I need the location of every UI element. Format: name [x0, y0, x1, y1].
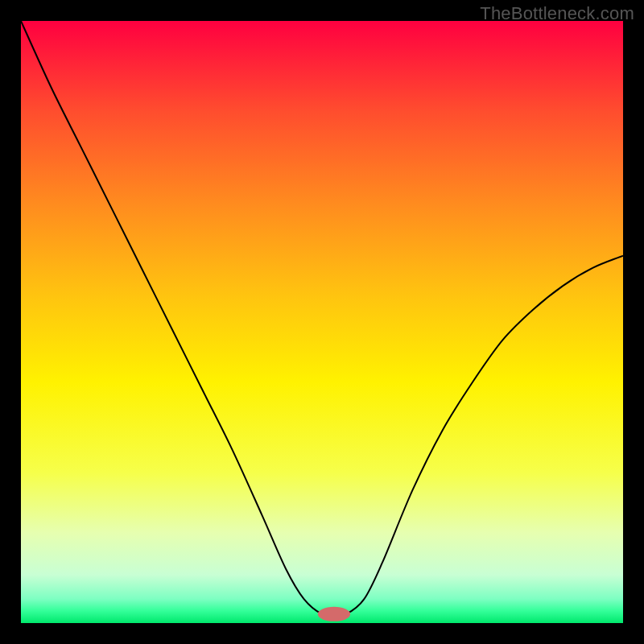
- gradient-background: [21, 21, 623, 623]
- plot-area: [21, 21, 623, 623]
- watermark-label: TheBottleneck.com: [480, 3, 634, 24]
- chart-frame: TheBottleneck.com: [0, 0, 644, 644]
- optimal-marker: [318, 607, 350, 621]
- bottleneck-chart: [21, 21, 623, 623]
